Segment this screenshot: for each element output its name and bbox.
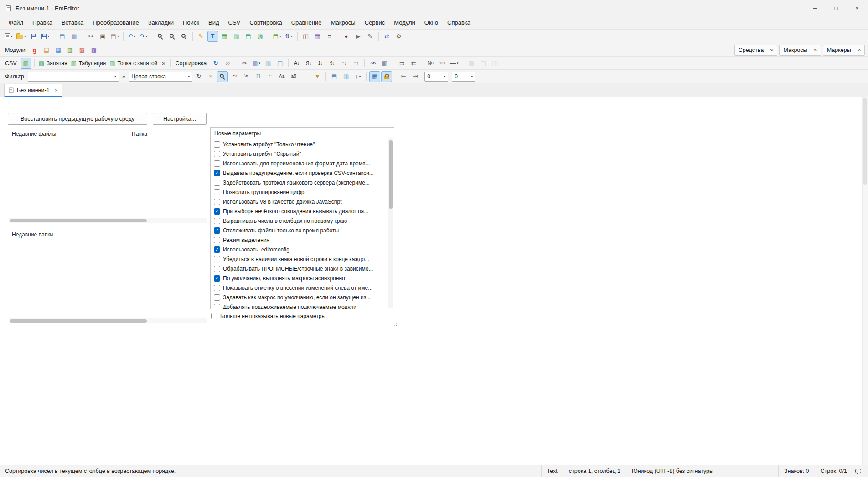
new-option-row[interactable]: Задействовать протокол языкового сервера…	[211, 178, 388, 187]
new-file-button[interactable]: ▾	[3, 31, 14, 42]
checkbox[interactable]	[214, 180, 220, 186]
compare-files-button[interactable]: ⇄	[382, 31, 393, 42]
checkbox[interactable]	[214, 151, 220, 157]
line-numbers-button[interactable]: ≡	[324, 31, 335, 42]
checkbox[interactable]	[214, 218, 220, 224]
save-all-button[interactable]: ▾	[40, 31, 51, 42]
menu-item-8[interactable]: Сортировка	[245, 16, 286, 29]
csv-cell-mode-button[interactable]: ▦	[219, 31, 230, 42]
menu-item-14[interactable]: Справка	[443, 16, 475, 29]
border-style-button[interactable]: —▾	[449, 58, 460, 69]
scrollbar-thumb[interactable]	[863, 98, 867, 185]
module-icon-5[interactable]: ▩	[88, 45, 99, 56]
new-option-row[interactable]: ✓Отслеживать файлы только во время работ…	[211, 226, 388, 235]
sort-length-ascending-button[interactable]: ≡↓	[339, 58, 350, 69]
new-option-row[interactable]: Использовать для переименования формат д…	[211, 159, 388, 168]
sort-length-descending-button[interactable]: ≡↑	[351, 58, 362, 69]
regex-toggle[interactable]: .*?	[229, 71, 240, 82]
minimize-button[interactable]: ─	[805, 0, 826, 16]
menu-item-0[interactable]: Файл	[4, 16, 28, 29]
match-case-toggle[interactable]: Аа	[276, 71, 287, 82]
scrollbar-thumb[interactable]	[389, 140, 393, 209]
menu-item-6[interactable]: Вид	[204, 16, 224, 29]
match-mode-select[interactable]: Целая строка	[129, 72, 192, 82]
module-icon-1[interactable]: ▤	[41, 45, 52, 56]
status-char-count[interactable]: Знаков: 0	[778, 465, 815, 477]
recent-files-list[interactable]: Недавние файлы Папка	[8, 128, 207, 224]
delimiter-semicolon-button[interactable]: ▦Точка с запятой	[108, 58, 159, 69]
checkbox-checked[interactable]: ✓	[214, 208, 220, 215]
menu-item-4[interactable]: Закладки	[144, 16, 178, 29]
align-columns-button[interactable]: ⇤	[398, 71, 409, 82]
new-option-row[interactable]: ✓При выборе нечёткого совпадения вызыват…	[211, 206, 388, 216]
split-window-button[interactable]: ◫	[300, 31, 311, 42]
horizontal-scrollbar[interactable]	[9, 218, 207, 223]
menu-item-7[interactable]: CSV	[224, 16, 245, 29]
checkbox[interactable]	[214, 160, 220, 167]
paste-button[interactable]: ▤▾	[109, 31, 120, 42]
scrollbar-thumb[interactable]	[10, 319, 147, 323]
record-macro-button[interactable]: ●	[341, 31, 352, 42]
pivot-button[interactable]: ▦	[466, 58, 477, 69]
clear-filter-button[interactable]: ×	[205, 71, 216, 82]
new-option-row[interactable]: ✓Использовать .editorconfig	[211, 245, 388, 254]
status-input-mode[interactable]: Text	[541, 465, 563, 477]
new-option-row[interactable]: Выравнивать числа в столбцах по правому …	[211, 216, 388, 226]
checkbox[interactable]	[214, 304, 220, 309]
feedback-icon[interactable]	[855, 469, 861, 473]
renumber-button[interactable]: 123	[437, 58, 448, 69]
macros-toolbar-button[interactable]: Макросы	[779, 45, 821, 56]
dont-show-option[interactable]: Больше не показывать новые параметры.	[211, 313, 327, 319]
unpivot-button[interactable]: ▤	[478, 58, 489, 69]
menu-item-9[interactable]: Сравнение	[287, 16, 326, 29]
checkbox-checked[interactable]: ✓	[214, 227, 220, 234]
status-line-count[interactable]: Строк: 0/1	[815, 465, 852, 477]
menu-item-10[interactable]: Макросы	[326, 16, 360, 29]
menu-item-2[interactable]: Вставка	[57, 16, 88, 29]
fuzzy-match-toggle[interactable]: ≈	[264, 71, 275, 82]
checkbox-checked[interactable]: ✓	[214, 170, 220, 176]
escape-sequence-toggle[interactable]: \n	[241, 71, 252, 82]
new-option-row[interactable]: Установить атрибут "Только чтение"	[211, 139, 388, 149]
csv-options-button[interactable]: ▧	[255, 31, 266, 42]
filter-direction-button[interactable]: ↓▾	[352, 71, 363, 82]
run-macro-button[interactable]: ▶	[353, 31, 364, 42]
menu-item-12[interactable]: Модули	[389, 16, 420, 29]
checkbox[interactable]	[214, 199, 220, 205]
resize-grip[interactable]	[393, 321, 399, 327]
checkbox[interactable]	[214, 266, 220, 272]
menu-item-11[interactable]: Сервис	[360, 16, 390, 29]
checkbox[interactable]	[214, 141, 220, 148]
module-icon-4[interactable]: ▧	[77, 45, 88, 56]
scrollbar-thumb[interactable]	[10, 219, 147, 222]
delimiter-tab-button[interactable]: ▦Табуляция	[69, 58, 107, 69]
print-preview-button[interactable]: ▥	[69, 31, 80, 42]
checkbox-checked[interactable]: ✓	[214, 275, 220, 282]
module-icon-2[interactable]: ▦	[53, 45, 64, 56]
checkbox[interactable]	[214, 256, 220, 262]
checkbox[interactable]	[214, 189, 220, 195]
copy-button[interactable]: ▣	[98, 31, 108, 42]
chevron-down-icon[interactable]	[114, 74, 116, 78]
edit-macro-button[interactable]: ✎	[365, 31, 376, 42]
module-icon-3[interactable]: ▥	[65, 45, 76, 56]
sync-button[interactable]: ⇅▾	[284, 31, 294, 42]
overflow-chevron[interactable]	[122, 73, 125, 80]
redo-button[interactable]: ↷▾	[138, 31, 149, 42]
new-option-row[interactable]: Добавлять поддерживаемые подключаемые мо…	[211, 302, 388, 309]
web-search-module-icon[interactable]: g	[29, 45, 40, 56]
heading-rows-select[interactable]: 0	[424, 72, 448, 82]
show-unmatched-lines-toggle[interactable]: ▥	[341, 71, 351, 82]
workspace-button[interactable]: ▦	[312, 31, 323, 42]
split-column-button[interactable]: ✂	[239, 58, 250, 69]
markers-toolbar-button[interactable]: Маркеры	[823, 45, 865, 56]
brackets-toggle[interactable]: [.]	[253, 71, 264, 82]
filter-toolbar-toggle[interactable]: Т	[207, 31, 218, 42]
sort-text-ascending-button[interactable]: А↓	[291, 58, 302, 69]
new-option-row[interactable]: Позволить группирование цифр	[211, 187, 388, 197]
cut-button[interactable]: ✂	[86, 31, 97, 42]
sort-refresh-button[interactable]: ↻	[210, 58, 221, 69]
new-option-row[interactable]: Установить атрибут "Скрытый"	[211, 149, 388, 159]
sort-none-button[interactable]: ⊘	[222, 58, 233, 69]
column-menu-button[interactable]: ▦▾	[251, 58, 262, 69]
